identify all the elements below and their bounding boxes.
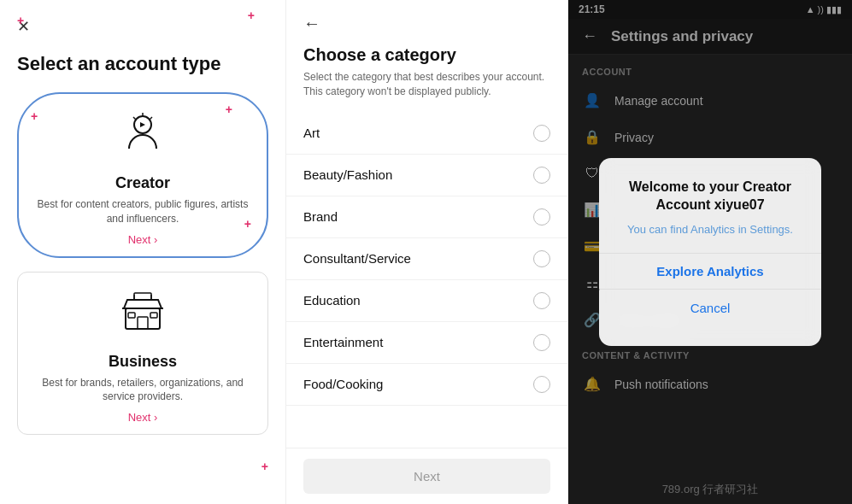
creator-icon-area [113,106,173,166]
panel2-subtitle: Select the category that best describes … [303,70,550,99]
radio-circle [533,334,550,351]
category-label: Entertainment [303,335,383,349]
biz-plus2: + [248,9,255,22]
category-label: Consultant/Service [303,251,411,266]
category-item[interactable]: Education [286,280,567,322]
category-item[interactable]: Art [286,113,567,155]
svg-rect-11 [134,293,151,300]
category-list: Art Beauty/Fashion Brand Consultant/Serv… [286,113,567,448]
panel-choose-category: ← Choose a category Select the category … [286,0,568,504]
panel-select-account: ✕ Select an account type + + + Creator B… [0,0,286,504]
explore-analytics-button[interactable]: Explore Analytics [616,254,804,289]
creator-welcome-modal: Welcome to your Creator Account xiyue07 … [599,158,821,346]
radio-circle [533,167,550,184]
category-label: Beauty/Fashion [303,167,392,182]
decor-plus: + [31,109,38,123]
svg-line-4 [133,117,136,120]
svg-rect-6 [138,317,148,329]
category-item[interactable]: Brand [286,196,567,238]
panel2-next-button[interactable]: Next [303,459,550,494]
radio-circle [533,125,550,142]
svg-rect-8 [150,313,157,318]
category-item[interactable]: Food/Cooking [286,364,567,406]
category-label: Brand [303,209,338,224]
category-item[interactable]: Consultant/Service [286,238,567,280]
creator-title: Creator [32,174,253,192]
business-card[interactable]: + + + Business Best for brands, re [17,272,268,436]
business-desc: Best for brands, retailers, organization… [32,376,254,405]
business-icon-area [113,284,173,344]
modal-overlay: Welcome to your Creator Account xiyue07 … [568,0,852,504]
modal-subtitle: You can find Analytics in Settings. [616,223,804,236]
panel2-header: ← Choose a category Select the category … [286,0,567,113]
svg-marker-1 [140,122,145,127]
radio-circle [533,292,550,309]
creator-card[interactable]: + + + Creator Best for content creators,… [17,92,268,258]
category-label: Education [303,293,361,308]
svg-line-3 [150,117,152,120]
decor-plus3: + [244,217,251,231]
biz-plus1: + [17,14,24,27]
business-next-link[interactable]: Next › [32,411,254,424]
svg-rect-7 [128,313,135,318]
creator-next-link[interactable]: Next › [32,233,253,246]
category-item[interactable]: Beauty/Fashion [286,155,567,196]
category-item[interactable]: Entertainment [286,322,567,364]
panel1-title: Select an account type [17,53,268,75]
radio-circle [533,208,550,226]
panel2-back-button[interactable]: ← [303,14,320,33]
creator-svg-icon [117,106,168,157]
panel2-footer: Next [286,448,567,504]
panel-settings: 21:15 ▲ )) ▮▮▮ ← Settings and privacy AC… [568,0,852,504]
panel2-title: Choose a category [303,45,550,65]
modal-cancel-button[interactable]: Cancel [616,290,804,325]
category-label: Food/Cooking [303,377,383,391]
radio-circle [533,376,550,393]
category-label: Art [303,126,320,140]
svg-rect-5 [126,308,160,329]
business-svg-icon [117,284,168,336]
creator-desc: Best for content creators, public figure… [32,197,253,226]
business-title: Business [32,353,254,371]
decor-plus2: + [226,103,232,116]
modal-title: Welcome to your Creator Account xiyue07 [616,179,804,214]
biz-plus3: + [261,460,268,473]
radio-circle [533,250,550,267]
